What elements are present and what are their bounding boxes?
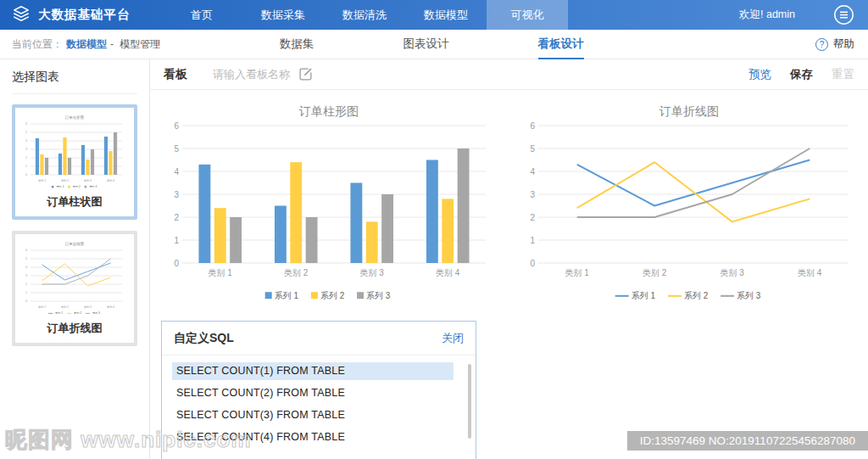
svg-text:2: 2	[25, 156, 27, 160]
svg-text:系列 3: 系列 3	[89, 185, 97, 188]
help-button[interactable]: ? 帮助	[815, 30, 854, 59]
svg-text:6: 6	[25, 249, 27, 252]
svg-text:5: 5	[530, 144, 535, 154]
breadcrumb: 当前位置：数据模型- 模型管理	[12, 30, 160, 59]
nav-item-3[interactable]: 数据模型	[405, 0, 487, 30]
sql-statement-row[interactable]: SELECT COUNT(3) FROM TABLE	[172, 406, 453, 424]
content-area: 选择图表 订单柱形图0123456类别 1类别 2类别 3类别 4系列 1系列 …	[0, 59, 868, 459]
topbar-right: 欢迎! admin	[739, 4, 868, 25]
svg-text:类别 2: 类别 2	[643, 268, 667, 277]
image-id-bar: ID:13597469 NO:20191107225456287080	[627, 431, 868, 451]
svg-text:类别 4: 类别 4	[436, 268, 460, 277]
chart-card-label: 订单折线图	[18, 321, 131, 336]
nav-item-4[interactable]: 可视化	[487, 0, 568, 30]
svg-text:4: 4	[530, 167, 535, 176]
scrollbar-thumb[interactable]	[468, 364, 471, 439]
svg-text:系列 2: 系列 2	[74, 311, 81, 315]
svg-text:4: 4	[174, 167, 179, 176]
svg-text:4: 4	[25, 139, 27, 143]
breadcrumb-label: 当前位置：	[12, 38, 63, 50]
nipic-watermark: 昵图网 www.nipic.com	[5, 425, 252, 455]
svg-text:系列 3: 系列 3	[737, 291, 761, 300]
sub-header: 当前位置：数据模型- 模型管理 数据集图表设计看板设计 ? 帮助	[0, 30, 868, 59]
board-toolbar: 看板 请输入看板名称 预览 保存 重置	[150, 59, 868, 90]
svg-text:1: 1	[25, 291, 27, 294]
user-menu-icon[interactable]	[833, 4, 854, 25]
chart-card-bar[interactable]: 订单柱形图0123456类别 1类别 2类别 3类别 4系列 1系列 2系列 3…	[12, 104, 137, 220]
svg-text:6: 6	[25, 122, 27, 126]
breadcrumb-separator: -	[110, 38, 114, 50]
svg-text:1: 1	[530, 236, 535, 245]
svg-text:5: 5	[25, 131, 27, 134]
app-root: 大数据基础平台 首页数据采集数据清洗数据模型可视化 欢迎! admin 当前位置…	[0, 0, 868, 459]
layers-logo-icon	[12, 4, 31, 26]
dashboard-main: 看板 请输入看板名称 预览 保存 重置 订单柱形图0123456类别 1类别 2…	[150, 59, 868, 459]
nav-item-1[interactable]: 数据采集	[242, 0, 324, 30]
svg-text:类别 2: 类别 2	[61, 305, 69, 309]
tab-0[interactable]: 数据集	[280, 30, 314, 59]
close-button[interactable]: 关闭	[442, 331, 464, 346]
reset-button[interactable]: 重置	[832, 67, 854, 82]
svg-text:订单折线图: 订单折线图	[64, 242, 85, 247]
chart-card-label: 订单柱状图	[18, 194, 131, 210]
svg-text:3: 3	[25, 274, 27, 277]
svg-text:类别 4: 类别 4	[798, 268, 822, 277]
board-actions: 预览 保存 重置	[748, 67, 854, 82]
brand-title: 大数据基础平台	[38, 7, 131, 23]
order-line-chart: 订单折线图0123456类别 1类别 2类别 3类别 4系列 1系列 2系列 3	[516, 97, 864, 307]
svg-text:系列 2: 系列 2	[320, 291, 345, 300]
svg-text:类别 3: 类别 3	[360, 268, 385, 277]
sql-statement-row[interactable]: SELECT COUNT(2) FROM TABLE	[172, 384, 453, 402]
svg-text:系列 1: 系列 1	[55, 311, 63, 315]
chart-thumbnail: 订单折线图0123456类别 1类别 2类别 3类别 4系列 1系列 2系列 3	[18, 238, 131, 320]
tab-2[interactable]: 看板设计	[538, 30, 584, 59]
edit-icon[interactable]	[298, 67, 313, 81]
welcome-text: 欢迎! admin	[739, 8, 795, 22]
svg-text:6: 6	[530, 121, 535, 131]
svg-text:类别 2: 类别 2	[61, 179, 69, 182]
svg-text:系列 2: 系列 2	[73, 185, 81, 188]
sidebar-title: 选择图表	[12, 70, 137, 94]
preview-button[interactable]: 预览	[748, 67, 771, 82]
svg-text:6: 6	[174, 121, 179, 131]
svg-text:2: 2	[25, 283, 27, 286]
svg-text:订单柱形图: 订单柱形图	[298, 104, 359, 118]
top-menu: 首页数据采集数据清洗数据模型可视化	[161, 0, 568, 30]
svg-text:5: 5	[25, 257, 27, 260]
svg-text:系列 1: 系列 1	[632, 291, 656, 300]
svg-text:0: 0	[530, 259, 535, 268]
svg-text:类别 3: 类别 3	[84, 305, 92, 309]
sql-panel-header: 自定义SQL 关闭	[162, 322, 476, 355]
breadcrumb-current: 模型管理	[120, 38, 160, 50]
svg-text:系列 1: 系列 1	[275, 291, 299, 300]
svg-text:订单柱形图: 订单柱形图	[64, 115, 85, 120]
board-name-input[interactable]: 请输入看板名称	[213, 67, 290, 82]
chart-thumbnail: 订单柱形图0123456类别 1类别 2类别 3类别 4系列 1系列 2系列 3	[18, 112, 131, 193]
order-bar-chart: 订单柱形图0123456类别 1类别 2类别 3类别 4系列 1系列 2系列 3	[160, 97, 499, 307]
svg-text:系列 3: 系列 3	[92, 311, 100, 315]
breadcrumb-link-data-model[interactable]: 数据模型	[66, 38, 107, 50]
nav-item-0[interactable]: 首页	[161, 0, 242, 30]
svg-text:3: 3	[530, 190, 535, 199]
chart-card-line[interactable]: 订单折线图0123456类别 1类别 2类别 3类别 4系列 1系列 2系列 3…	[12, 231, 137, 346]
svg-text:3: 3	[25, 148, 27, 151]
svg-text:类别 1: 类别 1	[38, 179, 46, 182]
svg-text:类别 3: 类别 3	[721, 268, 745, 277]
svg-text:0: 0	[25, 299, 27, 303]
sql-statement-row[interactable]: SELECT COUNT(1) FROM TABLE	[172, 362, 453, 380]
svg-text:1: 1	[174, 236, 179, 245]
chart-card-list: 订单柱形图0123456类别 1类别 2类别 3类别 4系列 1系列 2系列 3…	[0, 94, 149, 367]
svg-text:5: 5	[174, 144, 179, 154]
svg-text:系列 1: 系列 1	[56, 185, 64, 188]
svg-text:2: 2	[530, 213, 535, 222]
charts-row: 订单柱形图0123456类别 1类别 2类别 3类别 4系列 1系列 2系列 3…	[150, 90, 868, 307]
tab-1[interactable]: 图表设计	[403, 30, 449, 59]
question-icon: ?	[815, 38, 828, 51]
svg-text:0: 0	[174, 259, 179, 268]
svg-text:类别 3: 类别 3	[84, 179, 92, 182]
svg-text:3: 3	[174, 190, 179, 199]
sql-panel-title: 自定义SQL	[174, 331, 234, 346]
save-button[interactable]: 保存	[790, 67, 813, 82]
nav-item-2[interactable]: 数据清洗	[324, 0, 405, 30]
line-chart-svg: 订单折线图0123456类别 1类别 2类别 3类别 4系列 1系列 2系列 3	[22, 238, 127, 316]
